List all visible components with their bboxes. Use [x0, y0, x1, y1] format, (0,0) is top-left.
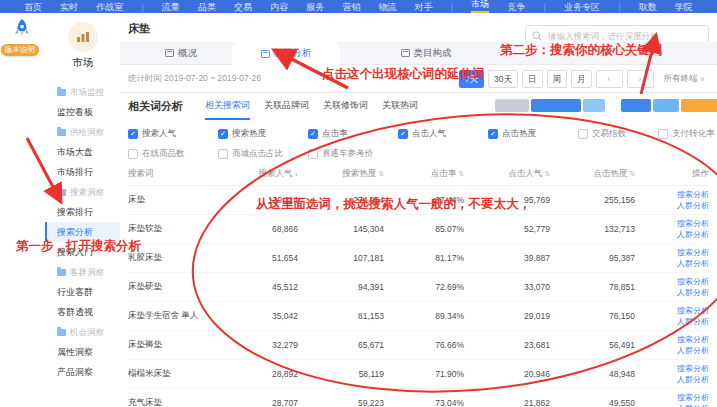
search-analysis-link[interactable]: 搜索分析 [677, 393, 709, 403]
sidebar-item-search-analysis[interactable]: 搜索分析 [45, 222, 120, 242]
tab-related-modifier-words[interactable]: 关联修饰词 [323, 99, 368, 120]
search-analysis-link[interactable]: 搜索分析 [677, 306, 709, 316]
sidebar-item-product-insight[interactable]: 产品洞察 [45, 362, 120, 382]
crowd-analysis-link[interactable]: 人群分析 [677, 317, 709, 327]
filter-ztc-reference-price[interactable]: 直通车参考价 [308, 148, 373, 160]
period-month-button[interactable]: 月 [571, 70, 592, 88]
crowd-analysis-link[interactable]: 人群分析 [677, 346, 709, 356]
tab-related-hot-words[interactable]: 关联热词 [382, 99, 418, 120]
search-heat-cell: 58,119 [312, 369, 398, 379]
checkbox-unchecked-icon[interactable] [578, 129, 588, 139]
nav-item-war-room[interactable]: 作战室 [96, 0, 123, 13]
sidebar-item-crowd-perspective[interactable]: 客群透视 [45, 302, 120, 322]
tab-category-composition[interactable]: 类目构成 [382, 42, 470, 64]
filter-mall-click-share[interactable]: 商城点击占比 [218, 148, 283, 160]
nav-item-home[interactable]: 首页 [24, 0, 42, 13]
nav-item-data-fetch[interactable]: 取数 [639, 0, 657, 13]
sidebar-item-search-intro[interactable]: 搜索入门 [45, 242, 120, 262]
search-analysis-link[interactable]: 搜索分析 [677, 219, 709, 229]
nav-item-traffic[interactable]: 流量 [162, 0, 180, 13]
filter-label: 直通车参考价 [322, 148, 373, 160]
nav-item-logistics[interactable]: 物流 [379, 0, 397, 13]
period-day-button[interactable]: 日 [522, 70, 543, 88]
filter-payment-conversion[interactable]: 支付转化率 [658, 128, 715, 140]
version-badge[interactable]: 版本说明 [1, 44, 39, 56]
filter-click-heat[interactable]: 点击热度 [488, 128, 536, 140]
sort-desc-icon[interactable]: ↓ [295, 170, 299, 177]
col-click-popularity[interactable]: 点击人气⇅ [478, 168, 564, 180]
col-search-heat[interactable]: 搜索热度⇅ [312, 168, 398, 180]
filter-trade-index[interactable]: 交易指数 [578, 128, 626, 140]
nav-item-competitor[interactable]: 对手 [415, 0, 433, 13]
col-keyword[interactable]: 搜索词 [128, 168, 228, 180]
nav-item-academy[interactable]: 学院 [675, 0, 693, 13]
checkbox-unchecked-icon[interactable] [308, 149, 318, 159]
sidebar-item-market-overview[interactable]: 市场大盘 [45, 142, 120, 162]
filter-click-popularity[interactable]: 点击人气 [398, 128, 446, 140]
sidebar-item-monitor-board[interactable]: 监控看板 [45, 102, 120, 122]
search-analysis-link[interactable]: 搜索分析 [677, 277, 709, 287]
sidebar-item-search-ranking[interactable]: 搜索排行 [45, 202, 120, 222]
nav-item-category[interactable]: 品类 [198, 0, 216, 13]
filter-search-heat[interactable]: 搜索热度 [218, 128, 266, 140]
sort-icon[interactable]: ⇅ [544, 170, 550, 177]
search-input[interactable] [546, 30, 702, 42]
period-30d-button[interactable]: 30天 [488, 70, 518, 88]
crowd-analysis-link[interactable]: 人群分析 [677, 404, 709, 407]
period-7d-button[interactable]: 7天 [459, 70, 484, 88]
crowd-analysis-link[interactable]: 人群分析 [677, 230, 709, 240]
nav-item-biz-zone[interactable]: 业务专区 [564, 0, 600, 13]
prev-page-button[interactable]: ‹ [596, 70, 623, 88]
checkbox-unchecked-icon[interactable] [128, 149, 138, 159]
tab-related-analysis[interactable]: 相关分析 [232, 42, 340, 65]
sort-icon[interactable]: ⇅ [458, 170, 464, 177]
checkbox-checked-icon[interactable] [308, 129, 318, 139]
sidebar-item-industry-crowd[interactable]: 行业客群 [45, 282, 120, 302]
sort-icon[interactable]: ⇅ [629, 170, 635, 177]
period-week-button[interactable]: 周 [547, 70, 568, 88]
folder-icon [57, 329, 66, 336]
checkbox-checked-icon[interactable] [398, 129, 408, 139]
nav-item-trade[interactable]: 交易 [234, 0, 252, 13]
filter-search-popularity[interactable]: 搜索人气 [128, 128, 176, 140]
checkbox-unchecked-icon[interactable] [218, 149, 228, 159]
sidebar-item-attribute-insight[interactable]: 属性洞察 [45, 342, 120, 362]
checkbox-checked-icon[interactable] [218, 129, 228, 139]
col-search-popularity[interactable]: 搜索人气↓ [228, 168, 312, 180]
filter-click-rate[interactable]: 点击率 [308, 128, 348, 140]
nav-item-marketing[interactable]: 营销 [342, 0, 360, 13]
checkbox-unchecked-icon[interactable] [658, 129, 668, 139]
terminal-dropdown[interactable]: 所有终端 ∨ [664, 73, 706, 85]
checkbox-checked-icon[interactable] [128, 129, 138, 139]
checkbox-checked-icon[interactable] [488, 129, 498, 139]
table-row: 床垫学生宿舍 单人 35,042 81,153 89.34% 29,019 76… [128, 302, 709, 331]
sidebar-item-market-ranking[interactable]: 市场排行 [45, 162, 120, 182]
search-analysis-link[interactable]: 搜索分析 [677, 364, 709, 374]
tab-overview[interactable]: 概况 [145, 42, 217, 64]
nav-item-realtime[interactable]: 实时 [60, 0, 78, 13]
search-heat-cell: 107,181 [312, 253, 398, 263]
search-analysis-link[interactable]: 搜索分析 [677, 190, 709, 200]
nav-item-service[interactable]: 服务 [306, 0, 324, 13]
crowd-analysis-link[interactable]: 人群分析 [677, 201, 709, 211]
filter-label: 交易指数 [592, 128, 626, 140]
tab-related-brand-words[interactable]: 关联品牌词 [264, 99, 309, 120]
actions-cell: 搜索分析人群分析 [649, 190, 709, 211]
nav-item-content[interactable]: 内容 [270, 0, 288, 13]
search-popularity-cell: 28,892 [228, 369, 312, 379]
crowd-analysis-link[interactable]: 人群分析 [677, 288, 709, 298]
filter-online-products[interactable]: 在线商品数 [128, 148, 185, 160]
filter-label: 支付转化率 [672, 128, 715, 140]
actions-cell: 搜索分析人群分析 [649, 364, 709, 385]
next-page-button[interactable]: › [627, 70, 654, 88]
search-analysis-link[interactable]: 搜索分析 [677, 335, 709, 345]
sort-icon[interactable]: ⇅ [378, 170, 384, 177]
crowd-analysis-link[interactable]: 人群分析 [677, 259, 709, 269]
nav-item-compete[interactable]: 竞争 [507, 0, 525, 13]
tab-related-search-words[interactable]: 相关搜索词 [205, 99, 250, 120]
search-analysis-link[interactable]: 搜索分析 [677, 248, 709, 258]
col-click-rate[interactable]: 点击率⇅ [398, 168, 478, 180]
nav-item-market-active[interactable]: 市场 [471, 0, 489, 13]
col-click-heat[interactable]: 点击热度⇅ [564, 168, 649, 180]
crowd-analysis-link[interactable]: 人群分析 [677, 375, 709, 385]
